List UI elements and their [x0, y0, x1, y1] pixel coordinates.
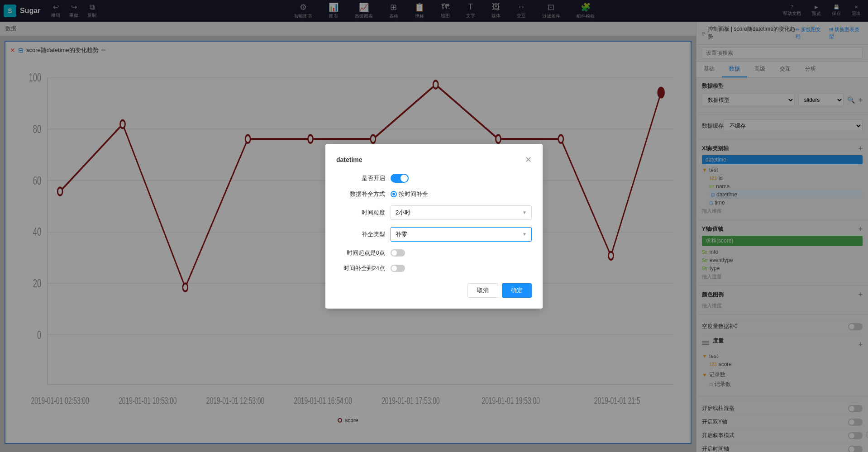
zero-start-toggle[interactable] [391, 249, 405, 257]
granularity-arrow-icon: ▼ [522, 210, 527, 215]
enable-control [391, 174, 532, 183]
cancel-button[interactable]: 取消 [467, 283, 498, 298]
enable-row: 是否开启 [336, 174, 532, 183]
fill-method-radio-dot [391, 191, 397, 197]
zero-start-label: 时间起点是0点 [336, 249, 391, 257]
fill-method-radio-item[interactable]: 按时间补全 [391, 190, 428, 198]
granularity-label: 时间粒度 [336, 209, 391, 217]
fill-method-radio-group: 按时间补全 [391, 190, 532, 198]
fill-24-control [391, 265, 532, 272]
zero-start-row: 时间起点是0点 [336, 249, 532, 257]
modal-close-button[interactable]: ✕ [525, 155, 532, 165]
fill-method-radio-label: 按时间补全 [399, 190, 428, 198]
granularity-control: 2小时 ▼ [391, 205, 532, 220]
fill-method-control: 按时间补全 [391, 190, 532, 198]
modal-title: datetime [336, 156, 362, 163]
fill-type-value: 补零 [396, 230, 407, 238]
enable-toggle[interactable] [391, 174, 409, 183]
granularity-select[interactable]: 2小时 ▼ [391, 205, 532, 220]
enable-label: 是否开启 [336, 174, 391, 182]
fill-method-row: 数据补全方式 按时间补全 [336, 190, 532, 198]
fill-24-toggle[interactable] [391, 265, 405, 272]
fill-type-select[interactable]: 补零 ▼ [391, 227, 532, 242]
granularity-row: 时间粒度 2小时 ▼ [336, 205, 532, 220]
fill-method-label: 数据补全方式 [336, 190, 391, 198]
zero-start-control [391, 249, 532, 257]
confirm-button[interactable]: 确定 [502, 283, 532, 298]
fill-24-row: 时间补全到24点 [336, 264, 532, 272]
modal-footer: 取消 确定 [336, 283, 532, 298]
modal-dialog: datetime ✕ 是否开启 数据补全方式 按时间补全 [325, 144, 543, 309]
fill-type-arrow-icon: ▼ [522, 232, 527, 237]
fill-24-label: 时间补全到24点 [336, 264, 391, 272]
fill-type-label: 补全类型 [336, 230, 391, 238]
granularity-value: 2小时 [396, 209, 410, 217]
fill-type-row: 补全类型 补零 ▼ [336, 227, 532, 242]
fill-type-control: 补零 ▼ [391, 227, 532, 242]
modal-header: datetime ✕ [336, 155, 532, 165]
modal-overlay[interactable]: datetime ✕ 是否开启 数据补全方式 按时间补全 [0, 0, 868, 452]
